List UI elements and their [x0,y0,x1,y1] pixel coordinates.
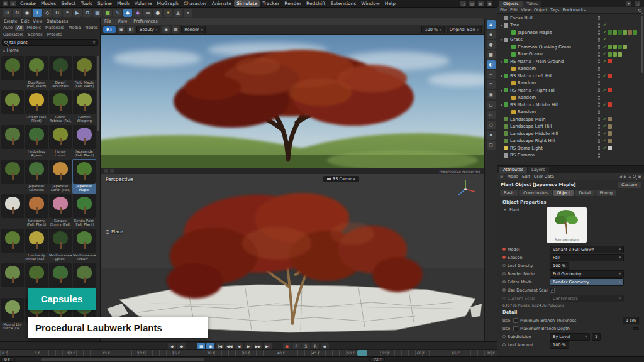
enable-check-icon[interactable]: ✓ [602,30,608,35]
layout-icon[interactable]: ▥ [469,1,475,6]
asset-browser-tab[interactable]: Materials [43,25,66,31]
transport-button[interactable]: ▶▶ [254,343,262,349]
min-branch-checkbox[interactable] [513,318,518,323]
keyframe-dot-icon[interactable] [502,256,506,259]
visibility-dots[interactable] [598,131,600,136]
menu-item[interactable]: Animate [209,0,234,7]
min-branch-field[interactable]: 1 cm [623,317,639,324]
record-rotation-icon[interactable]: R [311,343,319,349]
object-search-icon[interactable] [638,9,641,12]
object-row[interactable]: ▾ RS Matrix - Right Hill ✓ [497,87,644,94]
menu-item[interactable]: Spline [95,0,114,7]
asset-browser-subtab[interactable]: Scenes [26,32,44,38]
enable-check-icon[interactable]: ✓ [602,138,608,143]
menu-item[interactable]: Create [18,0,38,7]
range-end-field[interactable]: 72 F [370,357,385,362]
mode-icon[interactable]: ◐ [487,60,496,69]
tag-icon[interactable] [608,30,612,35]
tag-icon[interactable] [613,30,617,35]
leaf-amount-field[interactable]: 100 % [550,341,569,349]
visibility-dots[interactable] [598,102,600,107]
object-row[interactable]: ▾ RS Matrix - Main Ground ✓ [497,58,644,65]
asset-search-input[interactable]: fall plant ✕ [2,39,98,46]
visibility-dots[interactable] [598,110,600,114]
asset-tile[interactable]: Kanzan Cherry (Fall, P… [48,194,72,228]
object-manager-menu-item[interactable]: Object [534,8,547,13]
menu-item[interactable]: Select [58,0,78,7]
mode-icon[interactable]: + [487,70,496,79]
attribute-section-tab[interactable]: Detail [575,190,594,196]
asset-tile[interactable] [1,194,25,228]
expand-arrow-icon[interactable]: ▾ [499,74,504,78]
asset-browser-tab[interactable]: Models [25,25,43,31]
object-row[interactable]: ▾ RS Matrix - Left Hill ✓ [497,72,644,80]
enable-check-icon[interactable]: ✓ [602,52,608,57]
layout-icon[interactable]: ▤ [478,1,484,6]
object-tags[interactable] [608,88,641,92]
subdivision-dropdown[interactable]: By Level [550,333,590,341]
subdivision-level-field[interactable]: 1 [592,333,601,341]
object-tags[interactable] [608,59,641,63]
tag-icon[interactable] [633,30,637,35]
enable-check-icon[interactable]: ✓ [602,124,608,129]
render-view-menu-item[interactable]: View [118,19,127,24]
timeline-scroll-thumb[interactable] [41,358,204,361]
asset-tile[interactable]: Mediterranean Cypres… [48,228,72,263]
tag-icon[interactable] [608,88,612,92]
asset-breadcrumb[interactable]: ⌂ Home [0,47,100,53]
asset-browser-subtab[interactable]: Operators [1,32,25,38]
asset-tile[interactable]: Golden Weeping Willo… [72,90,96,124]
loop-toggle-icon[interactable]: ▦ [197,343,205,349]
asset-browser-tab[interactable]: All [15,25,24,31]
toolbar-icon[interactable]: ⚙ [83,9,92,17]
toolbar-icon[interactable]: ▬ [143,9,152,17]
home-icon[interactable]: ⌂ [629,174,631,178]
axis-gizmo[interactable] [454,178,477,200]
asset-tile[interactable]: Globe Robinia (Fall, Pl… [48,90,72,124]
asset-tile[interactable] [1,263,25,297]
visibility-dots[interactable] [598,146,600,150]
timeline-scrollbar[interactable] [16,358,368,361]
object-row[interactable]: Landscape Main ✓ [497,116,644,123]
toolbar-icon[interactable]: + [33,9,42,17]
plant-thumbnail[interactable]: Acer palmatum [547,207,587,243]
attribute-mode-menu-item[interactable]: Edit [522,174,530,179]
render-slot-dropdown[interactable]: Render [181,26,206,33]
asset-tile[interactable]: Kentia Palm (Fall, Plant) [72,194,96,228]
expand-arrow-icon[interactable]: ▾ [499,89,504,92]
hamburger-icon[interactable]: ☰ [500,174,503,178]
menu-item[interactable]: Simulate [234,0,260,7]
size-dropdown[interactable]: Original Size [447,26,482,33]
tag-icon[interactable] [623,45,627,49]
asset-tile[interactable]: Honey Locust 'Sunbur… [48,124,72,159]
transport-button[interactable]: ▶ [245,343,253,349]
menu-item[interactable]: Mesh [114,0,132,7]
asset-tile[interactable]: Dwarf Mountain Pine (F… [48,55,72,90]
visibility-dots[interactable] [598,45,600,49]
enable-check-icon[interactable]: ✓ [602,59,608,64]
object-row[interactable]: Random [497,109,644,116]
tag-icon[interactable] [618,30,622,35]
keyframe-dot-icon[interactable] [502,272,506,275]
toolbar-icon[interactable]: ↺ [3,9,11,17]
asset-tile[interactable] [1,55,25,90]
visibility-dots[interactable] [598,52,600,57]
toolbar-icon[interactable]: ✎ [113,9,122,17]
enable-check-icon[interactable]: ✓ [602,131,608,136]
toolbar-icon[interactable]: ▾ [184,9,192,17]
attribute-search-icon[interactable] [633,175,636,178]
detail-header[interactable]: Detail [497,309,644,316]
max-branch-field[interactable] [633,327,639,330]
tag-icon[interactable] [608,102,612,107]
tag-icon[interactable] [608,146,612,150]
object-row[interactable]: Common Quaking Grass ✓ [497,43,644,51]
asset-tile[interactable] [1,90,25,124]
expand-arrow-icon[interactable]: ▾ [499,38,504,41]
toolbar-icon[interactable]: ◆ [123,9,132,17]
object-row[interactable]: Landscape Left Hill ✓ [497,123,644,131]
pass-dropdown[interactable]: Beauty [136,26,160,33]
lock-icon[interactable]: ▣ [638,174,641,178]
toolbar-icon[interactable]: ◉ [23,9,31,17]
render-view-menu-item[interactable]: File [104,19,111,24]
keyframe-dot-icon[interactable] [502,280,506,283]
